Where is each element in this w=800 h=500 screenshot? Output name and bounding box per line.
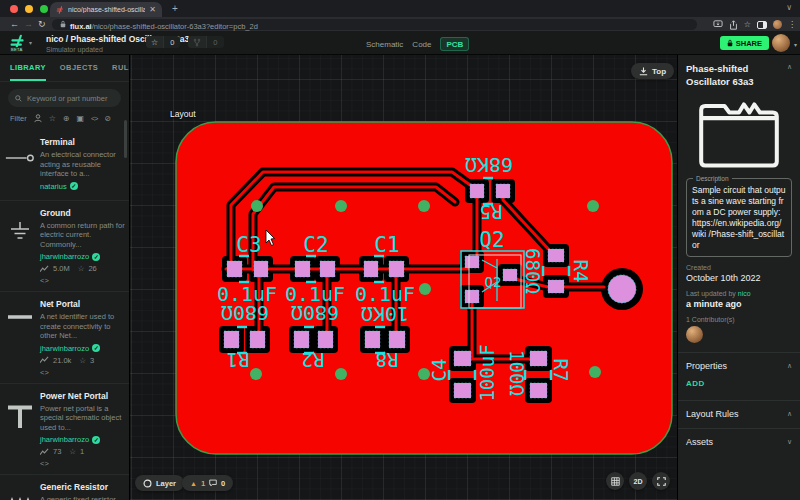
smd-pad[interactable] xyxy=(389,261,404,277)
description-field[interactable]: Description Sample circuit that outputs … xyxy=(686,178,792,257)
grid-toggle-button[interactable] xyxy=(606,472,624,490)
silkscreen-label-680Ω[interactable]: 680Ω xyxy=(221,301,269,325)
smd-pad[interactable] xyxy=(295,261,310,277)
silkscreen-label-C3[interactable]: C3 xyxy=(236,233,261,257)
issues-pill[interactable]: ▲ 1 0 xyxy=(182,475,233,491)
silkscreen-label-R7[interactable]: R7 xyxy=(550,359,572,382)
close-tab-icon[interactable]: ✕ xyxy=(149,5,156,14)
pcb-drawing[interactable]: C3C2C10.1uF0.1uF0.1uF680Ω680Ω10KΩR1R2R86… xyxy=(130,55,677,500)
through-hole-pad[interactable] xyxy=(608,275,636,303)
tab-pcb[interactable]: PCB xyxy=(440,37,469,51)
silkscreen-label-Q2[interactable]: Q2 xyxy=(479,228,504,252)
browser-menu-icon[interactable]: ⋮ xyxy=(788,20,796,29)
silkscreen-label-10KΩ[interactable]: 10KΩ xyxy=(361,302,409,326)
silkscreen-label-R2[interactable]: R2 xyxy=(302,349,325,371)
component-author[interactable]: jharwinbarrozo✓ xyxy=(40,344,125,353)
reload-icon[interactable]: ↻ xyxy=(38,19,46,29)
add-property-button[interactable]: ADD xyxy=(678,371,713,398)
via[interactable] xyxy=(419,283,431,295)
filter-verified-icon[interactable]: ⊘ xyxy=(104,115,111,123)
forward-icon[interactable]: → xyxy=(24,19,33,29)
silkscreen-label-C4[interactable]: C4 xyxy=(428,359,450,382)
smd-pad[interactable] xyxy=(465,256,479,268)
smd-pad[interactable] xyxy=(364,261,378,277)
smd-pad[interactable] xyxy=(365,331,380,348)
via[interactable] xyxy=(335,200,347,212)
silkscreen-label-Q2[interactable]: Q2 xyxy=(485,274,502,290)
properties-section-header[interactable]: Properties∧ xyxy=(678,352,800,371)
fork-count-button[interactable]: 0 xyxy=(188,36,223,48)
via[interactable] xyxy=(589,366,601,378)
component-author[interactable]: jharwinbarrozo✓ xyxy=(40,435,125,444)
logo-caret-icon[interactable]: ▾ xyxy=(29,39,32,46)
smd-pad[interactable] xyxy=(318,331,333,348)
pcb-canvas[interactable]: C3C2C10.1uF0.1uF0.1uF680Ω680Ω10KΩR1R2R86… xyxy=(130,55,677,500)
layout-rules-section-header[interactable]: Layout Rules∧ xyxy=(678,400,800,419)
item-action-icon[interactable]: <> xyxy=(40,459,49,468)
silkscreen-label-C2[interactable]: C2 xyxy=(303,233,328,257)
collapse-project-icon[interactable]: ∧ xyxy=(787,63,792,88)
list-item-generic-resistor[interactable]: Generic ResistorA generic fixed resistor… xyxy=(0,474,129,500)
smd-pad[interactable] xyxy=(470,184,484,198)
via[interactable] xyxy=(250,368,262,380)
expand-assets-icon[interactable]: ∨ xyxy=(787,438,792,446)
browser-profile-avatar[interactable] xyxy=(773,20,782,29)
filter-part-icon[interactable]: ⊕ xyxy=(63,115,70,123)
smd-pad[interactable] xyxy=(530,383,547,398)
tab-code[interactable]: Code xyxy=(412,40,431,49)
tab-schematic[interactable]: Schematic xyxy=(366,40,403,49)
layer-selector[interactable]: Layer xyxy=(135,475,184,491)
bookmark-star-icon[interactable]: ☆ xyxy=(744,20,751,29)
share-page-icon[interactable] xyxy=(729,20,738,30)
via[interactable] xyxy=(587,200,599,212)
top-view-button[interactable]: Top xyxy=(631,63,674,79)
smd-pad[interactable] xyxy=(454,383,471,398)
component-author[interactable]: natarius✓ xyxy=(40,182,125,191)
item-action-icon[interactable]: <> xyxy=(40,276,49,285)
list-item-terminal[interactable]: TerminalAn electrical connector acting a… xyxy=(0,129,129,200)
star-count-button[interactable]: ☆0 xyxy=(146,36,180,48)
filter-package-icon[interactable]: ▣ xyxy=(77,115,85,123)
via[interactable] xyxy=(251,200,263,212)
smd-pad[interactable] xyxy=(548,249,564,262)
smd-pad[interactable] xyxy=(530,351,547,366)
silkscreen-label-680Ω[interactable]: 680Ω xyxy=(522,248,544,294)
smd-pad[interactable] xyxy=(454,351,471,366)
smd-pad[interactable] xyxy=(254,261,268,277)
sidebar-tab-rules[interactable]: RULES xyxy=(112,63,130,76)
silkscreen-label-R8[interactable]: R8 xyxy=(376,349,399,371)
silkscreen-label-C1[interactable]: C1 xyxy=(374,233,399,257)
smd-pad[interactable] xyxy=(320,261,335,277)
window-controls[interactable] xyxy=(10,5,48,13)
smd-pad[interactable] xyxy=(465,290,479,303)
sidebar-scrollbar[interactable] xyxy=(124,120,127,158)
tab-overflow-icon[interactable]: ∨ xyxy=(786,3,792,12)
smd-pad[interactable] xyxy=(250,331,265,348)
collapse-properties-icon[interactable]: ∧ xyxy=(787,362,792,370)
sidebar-tab-objects[interactable]: OBJECTS xyxy=(60,63,98,76)
via[interactable] xyxy=(335,368,347,380)
sidepanel-icon[interactable] xyxy=(757,21,767,29)
smd-pad[interactable] xyxy=(496,184,510,198)
smd-pad[interactable] xyxy=(224,331,239,348)
assets-section-header[interactable]: Assets∨ xyxy=(678,428,800,447)
filter-star-icon[interactable]: ☆ xyxy=(49,115,56,123)
new-tab-button[interactable]: + xyxy=(172,3,178,14)
silkscreen-label-R1[interactable]: R1 xyxy=(227,349,250,371)
list-item-power-net-portal[interactable]: Power Net PortalPower net portal is a sp… xyxy=(0,383,129,475)
url-bar[interactable]: flux.ai/nico/phase-shifted-oscillator-63… xyxy=(52,19,697,30)
smd-pad[interactable] xyxy=(389,331,405,348)
via[interactable] xyxy=(418,200,430,212)
smd-pad[interactable] xyxy=(503,269,517,281)
share-button[interactable]: SHARE xyxy=(720,36,769,50)
2d-mode-button[interactable]: 2D xyxy=(629,472,647,490)
silkscreen-label-R4[interactable]: R4 xyxy=(570,260,592,283)
avatar-caret-icon[interactable]: ▾ xyxy=(794,41,797,48)
filter-person-icon[interactable] xyxy=(34,114,42,123)
smd-pad[interactable] xyxy=(294,331,309,348)
silkscreen-label-R5[interactable]: R5 xyxy=(480,201,503,223)
back-icon[interactable]: ← xyxy=(10,19,19,29)
search-input[interactable]: Keyword or part number xyxy=(8,89,121,107)
item-action-icon[interactable]: <> xyxy=(40,368,49,377)
contributor-avatar[interactable] xyxy=(686,326,703,343)
